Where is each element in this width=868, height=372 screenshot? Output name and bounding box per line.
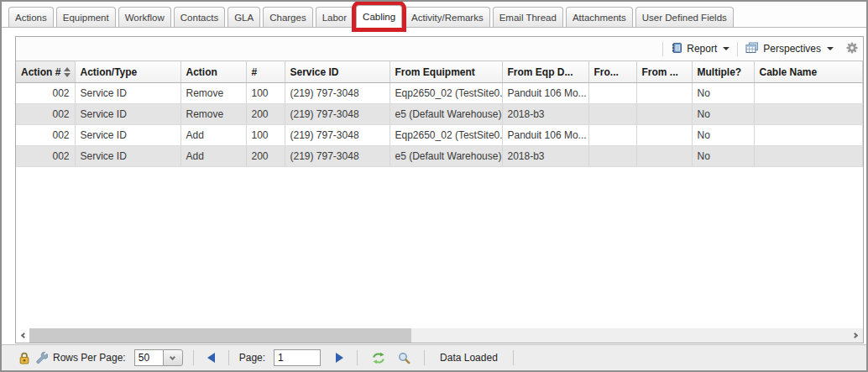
empty-grid-area [16, 167, 863, 328]
tab-workflow[interactable]: Workflow [118, 7, 171, 28]
cell-action-type: Service ID [75, 125, 180, 146]
column-header-from[interactable]: From ... [636, 61, 692, 83]
scrollbar-thumb[interactable] [29, 328, 411, 343]
previous-page-button[interactable] [204, 353, 218, 363]
wrench-icon[interactable] [35, 352, 48, 364]
table-row[interactable]: 002 Service ID Add 100 (219) 797-3048 Eq… [16, 125, 863, 146]
next-page-button[interactable] [332, 353, 347, 363]
column-header-number[interactable]: # [246, 61, 285, 83]
lock-icon[interactable] [18, 352, 30, 364]
cell-action-type: Service ID [75, 146, 180, 167]
cell-number: 100 [246, 83, 285, 104]
column-header-cable-name[interactable]: Cable Name [754, 61, 863, 83]
perspectives-button-label: Perspectives [763, 43, 821, 55]
cell-fro [588, 125, 636, 146]
cell-service-id: (219) 797-3048 [285, 83, 390, 104]
cell-action-number: 002 [16, 125, 75, 146]
cell-multiple: No [692, 125, 754, 146]
cell-from-eqp-d: Panduit 106 Mo... [502, 125, 588, 146]
column-header-fro[interactable]: Fro... [588, 61, 636, 83]
cell-service-id: (219) 797-3048 [285, 104, 390, 125]
perspectives-button[interactable]: Perspectives [743, 40, 836, 58]
separator [228, 350, 229, 365]
cell-number: 100 [246, 125, 285, 146]
toolbar-separator [662, 42, 663, 56]
rows-per-page-input[interactable] [134, 349, 163, 366]
cell-cable-name [754, 146, 863, 167]
report-button-label: Report [687, 43, 717, 55]
scroll-right-button[interactable] [850, 333, 863, 338]
cell-number: 200 [246, 146, 285, 167]
magnifier-icon [398, 352, 410, 364]
content-area: Report Perspec [2, 28, 866, 344]
toolbar-separator [737, 42, 738, 56]
column-header-multiple[interactable]: Multiple? [692, 61, 754, 83]
tab-equipment[interactable]: Equipment [56, 7, 116, 28]
refresh-button[interactable] [368, 352, 390, 364]
tab-activity-remarks[interactable]: Activity/Remarks [405, 7, 490, 28]
sort-icon[interactable] [64, 67, 71, 77]
cell-from [636, 83, 692, 104]
cell-cable-name [754, 125, 863, 146]
cell-multiple: No [692, 83, 754, 104]
column-header-action-type[interactable]: Action/Type [75, 61, 180, 83]
column-header-from-equipment[interactable]: From Equipment [390, 61, 502, 83]
tab-email-thread[interactable]: Email Thread [493, 7, 563, 28]
scrollbar-track[interactable] [411, 328, 863, 343]
tab-attachments[interactable]: Attachments [566, 7, 633, 28]
page-number-input[interactable] [274, 349, 321, 366]
column-header-action-number[interactable]: Action # [16, 61, 75, 83]
cell-from-eqp-d: 2018-b3 [502, 104, 588, 125]
cell-from [636, 104, 692, 125]
table-row[interactable]: 002 Service ID Add 200 (219) 797-3048 e5… [16, 146, 863, 167]
separator [424, 350, 425, 365]
report-button[interactable]: Report [668, 40, 732, 58]
arrow-left-icon [207, 353, 215, 363]
cell-action: Remove [180, 104, 246, 125]
tab-user-defined-fields[interactable]: User Defined Fields [635, 7, 734, 28]
tab-contacts[interactable]: Contacts [174, 7, 225, 28]
status-text: Data Loaded [440, 352, 498, 364]
cell-action-type: Service ID [75, 104, 180, 125]
settings-gear-button[interactable] [846, 42, 858, 56]
cell-fro [588, 83, 636, 104]
cell-from-eqp-d: Panduit 106 Mo... [502, 83, 588, 104]
rows-per-page-dropdown-button[interactable] [163, 349, 183, 366]
chevron-down-icon [723, 47, 729, 50]
tab-charges[interactable]: Charges [263, 7, 312, 28]
tab-gla[interactable]: GLA [227, 7, 260, 28]
cabling-table: Action # Action/Type Action # Service ID… [16, 60, 863, 167]
cell-action: Add [180, 146, 246, 167]
column-header-action[interactable]: Action [180, 61, 246, 83]
arrow-right-icon [336, 353, 343, 363]
tab-actions[interactable]: Actions [8, 7, 54, 28]
scroll-left-button[interactable] [16, 328, 29, 343]
cell-from-equipment: Eqp2650_02 (TestSite0... [390, 83, 502, 104]
cell-from [636, 125, 692, 146]
pager-bar: Rows Per Page: Page: [2, 344, 866, 370]
separator [513, 350, 514, 365]
horizontal-scrollbar [16, 328, 863, 343]
search-button[interactable] [395, 352, 414, 364]
cell-service-id: (219) 797-3048 [285, 146, 390, 167]
rows-per-page-label: Rows Per Page: [53, 352, 126, 364]
table-row[interactable]: 002 Service ID Remove 100 (219) 797-3048… [16, 83, 863, 104]
column-header-from-eqp-d[interactable]: From Eqp D... [502, 61, 588, 83]
tab-labor[interactable]: Labor [316, 7, 353, 28]
page-label: Page: [239, 352, 265, 364]
column-header-service-id[interactable]: Service ID [285, 61, 390, 83]
cell-fro [588, 104, 636, 125]
cabling-window: Actions Equipment Workflow Contacts GLA … [0, 0, 868, 372]
report-icon [671, 42, 682, 56]
cell-cable-name [754, 104, 863, 125]
cell-number: 200 [246, 104, 285, 125]
table-row[interactable]: 002 Service ID Remove 200 (219) 797-3048… [16, 104, 863, 125]
chevron-left-icon [20, 333, 26, 338]
cell-action: Add [180, 125, 246, 146]
cell-from-eqp-d: 2018-b3 [502, 146, 588, 167]
tab-cabling[interactable]: Cabling [356, 5, 402, 28]
chevron-down-icon [170, 354, 175, 359]
cell-from [636, 146, 692, 167]
cell-service-id: (219) 797-3048 [285, 125, 390, 146]
cell-action-number: 002 [16, 104, 75, 125]
